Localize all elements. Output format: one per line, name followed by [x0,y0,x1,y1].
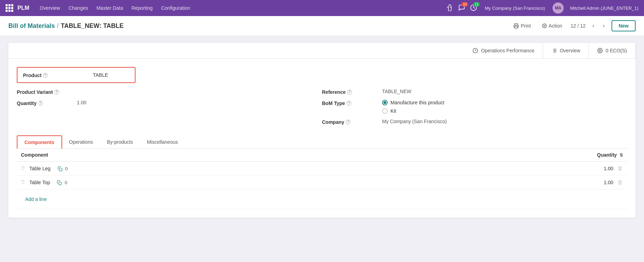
form-right: Reference ? TABLE_NEW BoM Type ? [322,89,627,130]
row-0-component: ⠿ Table Leg 0 [17,162,392,175]
user-avatar[interactable]: MA [552,2,564,14]
nav-overview[interactable]: Overview [36,4,64,12]
new-button[interactable]: New [612,20,636,31]
nav-icons: 10 11 My Company (San Francisco) MA Mitc… [446,2,638,14]
bom-type-kit[interactable]: Kit [382,108,444,114]
reference-value[interactable]: TABLE_NEW [382,89,411,94]
breadcrumb-current: TABLE_NEW: TABLE [61,22,124,30]
breadcrumb-bar: Bill of Materials / TABLE_NEW: TABLE Pri… [0,16,644,36]
app-grid-icon[interactable] [6,4,13,12]
bom-type-manufacture[interactable]: Manufacture this product [382,100,444,105]
gear-small-icon [597,48,603,53]
quantity-row: Quantity ? 1.00 [17,100,322,106]
main-content: Operations Performance Overview [0,36,644,225]
col-component: Component [17,149,392,162]
action-button[interactable]: Action [539,22,565,30]
tab-overview-label: Overview [560,48,580,53]
nav-position: 12 / 12 [571,23,586,29]
clock-icon [473,48,478,53]
form-body: Product ? TABLE Product Variant ? [8,59,636,218]
tab-by-products[interactable]: By-products [100,135,140,148]
quantity-help-icon[interactable]: ? [38,101,43,106]
row-1-quantity: 1.00 🗑 [392,175,627,189]
row-0-name[interactable]: Table Leg [29,166,51,171]
print-label: Print [521,23,531,29]
copy-icon-0[interactable] [58,166,64,171]
row-1-name[interactable]: Table Top [29,180,50,185]
row-0-count: 0 [65,166,67,171]
nav-prev-button[interactable]: ‹ [591,22,596,30]
col-quantity: Quantity ⇅ [392,149,627,162]
nav-master-data[interactable]: Master Data [93,4,126,12]
section-tabs: Components Operations By-products Miscel… [17,135,627,149]
card-top-tabs: Operations Performance Overview [8,43,636,59]
product-help-icon[interactable]: ? [43,73,48,78]
product-field-box: Product ? TABLE [17,67,136,83]
svg-point-10 [599,50,601,51]
reference-row: Reference ? TABLE_NEW [322,89,627,95]
top-nav: PLM Overview Changes Master Data Reporti… [0,0,644,16]
nav-configuration[interactable]: Configuration [158,4,193,12]
tab-components[interactable]: Components [17,135,62,149]
breadcrumb-parent[interactable]: Bill of Materials [8,22,55,30]
delete-row-1-icon[interactable]: 🗑 [617,179,623,185]
clock-icon-badge[interactable]: 11 [470,4,477,12]
print-button[interactable]: Print [511,22,534,30]
nav-reporting[interactable]: Reporting [128,4,156,12]
tab-ecos-label: 0 ECO(S) [606,48,627,53]
tab-ecos[interactable]: 0 ECO(S) [589,43,636,58]
tab-operations-performance[interactable]: Operations Performance [464,43,543,58]
clock-badge: 11 [473,2,480,7]
bom-type-manufacture-radio[interactable] [382,100,388,105]
svg-rect-1 [515,26,518,28]
component-table: Component Quantity ⇅ ⠿ Table Leg [17,149,627,209]
tab-miscellaneous[interactable]: Miscellaneous [140,135,185,148]
reference-help-icon[interactable]: ? [347,90,352,95]
svg-point-2 [544,25,545,27]
form-left: Product Variant ? Quantity ? 1.00 [17,89,322,130]
product-value[interactable]: TABLE [93,72,108,78]
chat-badge: 10 [461,2,468,7]
drag-handle-1[interactable]: ⠿ [21,179,25,185]
bom-type-help-icon[interactable]: ? [346,101,351,106]
bom-type-options: Manufacture this product Kit [382,100,444,114]
company-label: Company ? [322,119,378,125]
app-name[interactable]: PLM [17,5,29,11]
form-card: Operations Performance Overview [8,43,636,218]
quantity-label: Quantity ? [17,100,73,106]
nav-changes[interactable]: Changes [65,4,92,12]
breadcrumb: Bill of Materials / TABLE_NEW: TABLE [8,22,124,30]
nav-count: 12 / 12 [571,23,586,29]
copy-icon-1[interactable] [57,180,63,185]
bom-type-manufacture-label: Manufacture this product [390,100,444,105]
svg-rect-11 [59,169,62,171]
product-variant-help-icon[interactable]: ? [54,90,59,95]
bug-icon-badge[interactable] [446,4,453,12]
company-value[interactable]: My Company (San Francisco) [382,119,447,124]
product-variant-label: Product Variant ? [17,89,73,95]
tab-operations[interactable]: Operations [62,135,100,148]
svg-rect-12 [59,182,62,185]
table-row: ⠿ Table Leg 0 1.00 [17,162,627,175]
tab-operations-performance-label: Operations Performance [481,48,534,53]
row-1-count: 0 [65,180,67,185]
company-help-icon[interactable]: ? [346,120,351,125]
product-label: Product ? [23,72,79,78]
print-icon [513,23,519,29]
add-line-button[interactable]: Add a line [21,193,51,205]
chat-icon-badge[interactable]: 10 [458,4,465,12]
bom-type-kit-radio[interactable] [382,108,388,114]
bom-type-row: BoM Type ? Manufacture this product Kit [322,100,627,114]
list-icon [551,48,557,53]
sort-icon[interactable]: ⇅ [620,153,623,158]
gear-icon [542,23,547,28]
table-row: ⠿ Table Top 0 1.00 [17,175,627,189]
nav-next-button[interactable]: › [601,22,606,30]
tab-overview[interactable]: Overview [543,43,589,58]
drag-handle-0[interactable]: ⠿ [21,165,25,171]
quantity-value[interactable]: 1.00 [77,100,86,105]
delete-row-0-icon[interactable]: 🗑 [617,165,623,171]
row-1-component: ⠿ Table Top 0 [17,175,392,189]
row-0-quantity: 1.00 🗑 [392,162,627,175]
bom-type-kit-label: Kit [390,108,396,114]
